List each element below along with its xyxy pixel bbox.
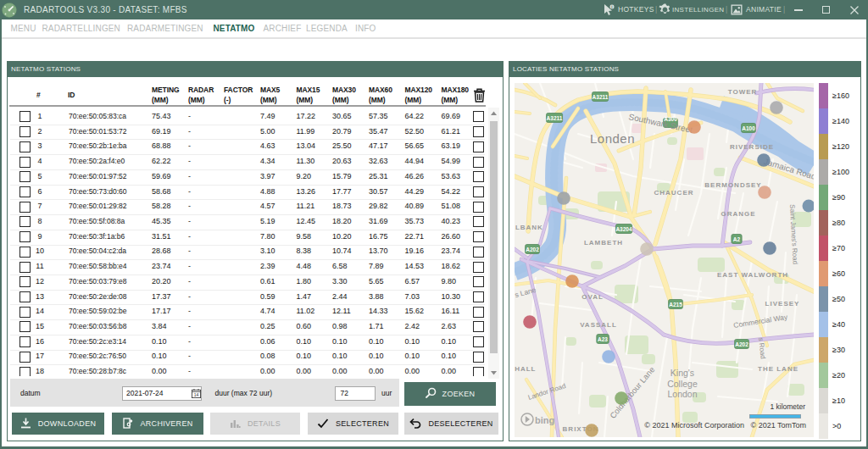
svg-text:bing: bing [535, 415, 554, 425]
svg-text:i: i [611, 5, 612, 9]
svg-text:14: 14 [194, 392, 199, 397]
